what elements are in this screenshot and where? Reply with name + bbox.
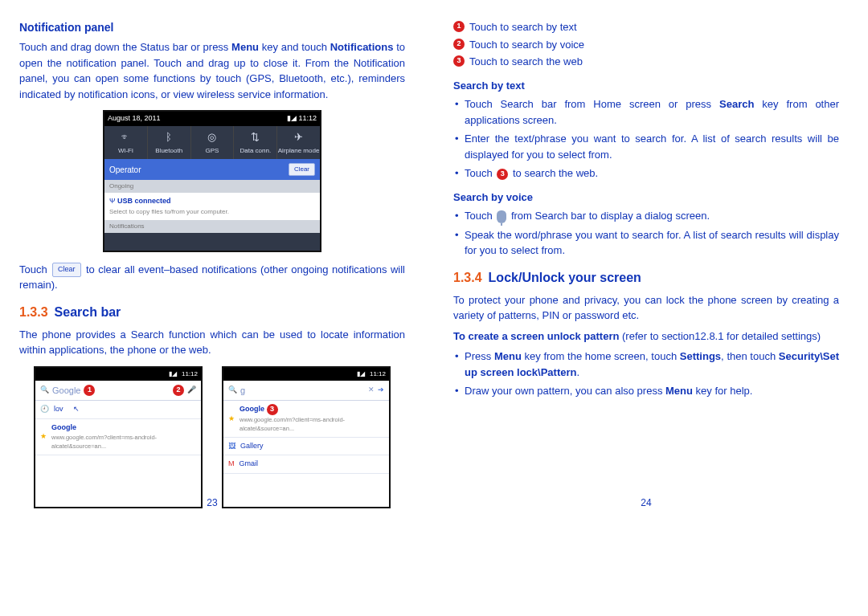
sbt-bullet-3: Touch 3 to search the web. bbox=[453, 165, 839, 182]
go-icon: ➔ bbox=[378, 385, 384, 396]
callout-2: 2 bbox=[173, 385, 184, 396]
gps-icon: ◎ bbox=[191, 129, 234, 145]
star-icon: ★ bbox=[228, 414, 235, 425]
status-date: August 18, 2011 bbox=[108, 113, 161, 124]
clear-chip: Clear bbox=[52, 263, 81, 277]
notifications-label: Notifications bbox=[104, 220, 320, 233]
create-pattern-line: To create a screen unlock pattern (refer… bbox=[453, 328, 839, 345]
signal-icon: ▮◢ bbox=[169, 369, 177, 379]
screenshot-search-2: ▮◢11:12 🔍 g ✕ ➔ ★ Google 3www.google.com… bbox=[222, 366, 391, 508]
wifi-icon: ᯤ bbox=[104, 129, 147, 145]
page-right: 1Touch to search by text 2Touch to searc… bbox=[453, 19, 839, 516]
search-by-text-heading: Search by text bbox=[453, 78, 839, 94]
sbt-bullet-1: Touch Search bar from Home screen or pre… bbox=[453, 96, 839, 128]
page-left: Notification panel Touch and drag down t… bbox=[19, 19, 405, 516]
page-number-right: 24 bbox=[453, 496, 839, 510]
notification-panel-heading: Notification panel bbox=[19, 19, 405, 36]
gmail-icon: M bbox=[228, 459, 235, 470]
arrow-icon: ↖ bbox=[73, 404, 80, 415]
clear-button-mini: Clear bbox=[289, 163, 315, 176]
sbv-bullet-1: Touch from Search bar to display a dialo… bbox=[453, 208, 839, 224]
search-icon: 🔍 bbox=[228, 385, 237, 396]
operator-label: Operator bbox=[109, 164, 141, 176]
callout-1: 1 bbox=[84, 385, 95, 396]
clock-icon: 🕘 bbox=[40, 404, 49, 415]
usb-notification: Ψ USB connected Select to copy files to/… bbox=[104, 193, 320, 220]
status-time: 11:12 bbox=[298, 114, 317, 122]
page-number-left: 23 bbox=[19, 496, 405, 510]
notification-panel-paragraph: Touch and drag down the Status bar or pr… bbox=[19, 39, 405, 102]
section-1-3-4: 1.3.4Lock/Unlock your screen bbox=[453, 268, 839, 288]
search-bar-paragraph: The phone provides a Search function whi… bbox=[19, 327, 405, 358]
sbt-bullet-2: Enter the text/phrase you want to search… bbox=[453, 131, 839, 162]
usb-icon: Ψ bbox=[109, 197, 117, 205]
section-1-3-3: 1.3.3Search bar bbox=[19, 303, 405, 322]
search-icon: 🔍 bbox=[40, 385, 49, 396]
mic-icon: 🎤 bbox=[187, 385, 196, 396]
signal-icon: ▮◢ bbox=[287, 114, 297, 122]
bluetooth-icon: ᛒ bbox=[148, 129, 190, 145]
screenshot-notification-panel: August 18, 2011 ▮◢ 11:12 ᯤWi-Fi ᛒBluetoo… bbox=[103, 110, 321, 252]
close-icon: ✕ bbox=[368, 385, 375, 396]
callout-3: 3 bbox=[267, 404, 278, 415]
lock-paragraph: To protect your phone and privacy, you c… bbox=[453, 292, 839, 324]
gallery-icon: 🖼 bbox=[228, 441, 235, 452]
ongoing-label: Ongoing bbox=[104, 180, 320, 193]
screenshot-search-1: ▮◢11:12 🔍 Google 1 2 🎤 🕘lov↖ ★ Googlewww… bbox=[34, 366, 203, 508]
google-brand: Google bbox=[52, 384, 80, 398]
airplane-icon: ✈ bbox=[277, 129, 320, 145]
search-screenshots-row: ▮◢11:12 🔍 Google 1 2 🎤 🕘lov↖ ★ Googlewww… bbox=[19, 366, 405, 508]
mic-icon bbox=[497, 210, 506, 223]
data-icon: ⇅ bbox=[234, 129, 276, 145]
star-icon: ★ bbox=[40, 431, 47, 443]
query-text: g bbox=[240, 384, 245, 398]
search-by-voice-heading: Search by voice bbox=[453, 190, 839, 206]
lock-bullet-2: Draw your own pattern, you can also pres… bbox=[453, 383, 839, 399]
callout-legend: 1Touch to search by text 2Touch to searc… bbox=[453, 19, 839, 70]
lock-bullet-1: Press Menu key from the home screen, tou… bbox=[453, 349, 839, 380]
sbv-bullet-2: Speak the word/phrase you want to search… bbox=[453, 227, 839, 259]
clear-instruction: Touch Clear to clear all event–based not… bbox=[19, 262, 405, 293]
signal-icon: ▮◢ bbox=[357, 369, 365, 379]
